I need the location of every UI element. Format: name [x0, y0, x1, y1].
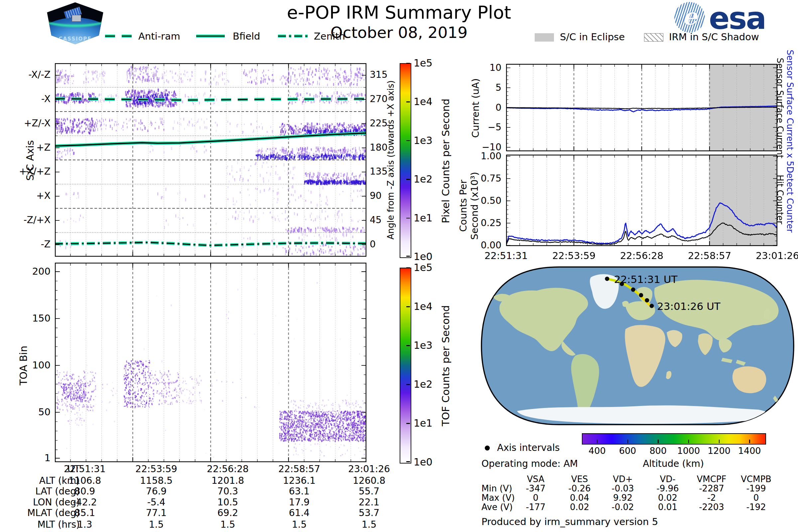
operating-mode-label: Operating mode: AM: [481, 458, 578, 469]
current-ytick-label: 5: [468, 82, 501, 93]
counts-ytick-label: 1.00: [468, 151, 501, 162]
map-start-time-label: 22:51:31 UT: [614, 273, 678, 285]
tof-colorbar-tick-label: 1e2: [414, 378, 433, 390]
left-table-cell: 1236.1: [268, 475, 331, 486]
left-table-cell: 17.9: [268, 497, 331, 508]
esa-logo-e: e: [682, 3, 697, 30]
left-table-cell: 22:58:57: [268, 463, 331, 474]
left-table-cell: 1201.8: [196, 475, 259, 486]
tof-colorbar-tick-label: 1e0: [414, 456, 433, 468]
left-table-cell: -42.2: [53, 497, 116, 508]
pixel-colorbar-label: Pixel Counts per Second: [440, 58, 452, 264]
voltage-table-header: VSA: [512, 474, 559, 484]
time-tick-label: 22:53:59: [542, 250, 606, 261]
left-table-cell: 70.3: [196, 486, 259, 497]
orbit-interval-dot: [645, 298, 649, 303]
axis-intervals-dot-icon: [485, 445, 490, 451]
world-map: [480, 266, 795, 425]
legend-bfield-line-icon: [196, 35, 225, 38]
left-table-cell: 1106.8: [53, 475, 116, 486]
legend-shadow-label: IRM in S/C Shadow: [669, 31, 759, 42]
voltage-table-cell: -2287: [688, 483, 735, 493]
toa-tick-label: 1: [10, 452, 51, 463]
cb-tof-tick: [406, 423, 410, 424]
pixel-colorbar-tick-label: 1e0: [414, 251, 433, 262]
cb-tof-tick: [406, 461, 410, 462]
left-table-cell: 1.3: [53, 519, 116, 530]
voltage-table-cell: 0.04: [556, 493, 603, 503]
angle-tick-label: 135: [370, 166, 400, 177]
patch-satellite-body-art: [72, 15, 81, 22]
altitude-tick: [719, 440, 720, 443]
sc-axis-spectrogram-canvas: [55, 63, 366, 257]
angle-tick-label: 0: [370, 239, 400, 250]
angle-tick-label: 45: [370, 214, 400, 225]
pixel-colorbar-tick-label: 1e3: [414, 135, 433, 146]
tof-colorbar: [400, 268, 411, 463]
voltage-table-header: VES: [556, 474, 603, 484]
axis-intervals-label: Axis intervals: [497, 442, 559, 453]
pixel-colorbar-tick-label: 1e2: [414, 173, 433, 185]
left-table-cell: 1260.8: [338, 475, 401, 486]
sc-axis-row-label: -Z: [6, 239, 51, 250]
angle-tick-label: 180: [370, 142, 400, 153]
cassiope-patch-art: CASSIOPE: [44, 2, 107, 44]
counts-ytick-label: 0.50: [468, 195, 501, 206]
counts-ytick-label: 0.25: [468, 217, 501, 228]
toa-tick-label: 150: [10, 312, 51, 324]
cb-pix-tick: [406, 179, 410, 180]
legend-antiram-line-icon: [105, 35, 134, 38]
altitude-tick: [597, 440, 598, 443]
voltage-table-cell: -2203: [688, 502, 735, 512]
voltage-table-cell: -199: [733, 483, 779, 493]
altitude-colorbar-label: Altitude (km): [582, 458, 765, 469]
voltage-table-header: VMCPF: [688, 474, 735, 484]
left-table-cell: -5.4: [125, 497, 188, 508]
esa-logo-text: esa: [709, 1, 765, 36]
time-tick-label: 22:51:31: [474, 250, 538, 261]
left-table-cell: 10.5: [196, 497, 259, 508]
voltage-table-cell: -9.96: [644, 483, 691, 493]
voltage-table-cell: -177: [512, 502, 559, 512]
voltage-table-cell: -192: [733, 502, 779, 512]
sc-axis-row-label: +X: [6, 190, 51, 201]
left-table-cell: 61.4: [268, 507, 331, 518]
voltage-table-cell: 0: [512, 493, 559, 503]
legend-zenith-line-icon: [278, 35, 308, 38]
counts-ytick-label: 0.00: [468, 240, 501, 251]
orbit-interval-dot: [631, 288, 635, 292]
counter-plot-canvas: [506, 155, 777, 246]
left-table-cell: 69.2: [196, 507, 259, 518]
left-table-cell: 1158.5: [125, 475, 188, 486]
irm-summary-figure: CASSIOPE e-POP IRM Summary Plot October …: [0, 0, 798, 532]
left-table-cell: 85.1: [53, 507, 116, 518]
time-tick-label: 23:01:26: [746, 250, 798, 261]
angle-tick-label: 90: [370, 190, 400, 201]
tof-colorbar-tick-label: 1e3: [414, 340, 433, 351]
esa-logo-icon: e: [674, 2, 705, 33]
altitude-tick-label: 1400: [729, 445, 770, 456]
left-table-cell: 23:01:26: [338, 463, 401, 474]
sc-axis-row-label: -X/-Z: [6, 69, 51, 80]
cb-pix-tick: [406, 140, 410, 141]
produced-by-label: Produced by irm_summary version 5: [481, 516, 658, 527]
pixel-colorbar-tick-label: 1e5: [414, 57, 433, 69]
left-table-cell: 55.7: [338, 486, 401, 497]
voltage-table-cell: 9.92: [600, 493, 646, 503]
altitude-tick: [658, 440, 659, 443]
cb-pix-tick: [406, 63, 410, 64]
voltage-table-cell: -347: [512, 483, 559, 493]
cb-tof-tick: [406, 267, 410, 268]
voltage-table-header: VD-: [644, 474, 691, 484]
left-table-cell: 22:51:31: [53, 463, 116, 474]
altitude-tick: [627, 440, 628, 443]
voltage-table-cell: -0.02: [600, 502, 646, 512]
left-table-cell: 53.7: [338, 507, 401, 518]
left-table-cell: 1.5: [268, 519, 331, 530]
sensor-current-plot-canvas: [506, 64, 777, 151]
counts-ytick-label: 0.75: [468, 173, 501, 184]
current-ytick-label: 0: [468, 102, 501, 113]
legend-antiram-label: Anti-ram: [138, 31, 180, 42]
voltage-table-cell: -0.26: [556, 483, 603, 493]
patch-cassiope-label: CASSIOPE: [44, 36, 107, 42]
